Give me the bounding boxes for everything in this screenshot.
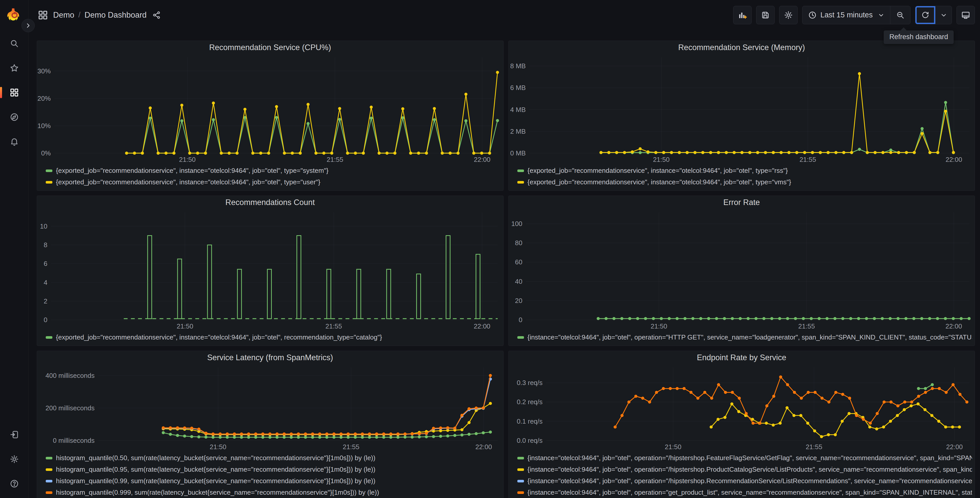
grafana-logo-icon[interactable] xyxy=(7,8,21,22)
time-range-picker[interactable]: Last 15 minutes xyxy=(802,6,890,24)
memory-chart[interactable]: 21:5021:5522:000 MB2 MB4 MB6 MB8 MB xyxy=(509,54,975,164)
cpu-chart[interactable]: 21:5021:5522:000%10%20%30% xyxy=(37,54,503,164)
error-rate-chart[interactable]: 21:5021:5522:00020406080100 xyxy=(509,209,975,330)
breadcrumb-page[interactable]: Demo Dashboard xyxy=(84,11,146,20)
legend-label: {instance="otelcol:9464", job="otel", op… xyxy=(528,466,972,474)
cycle-view-mode-button[interactable] xyxy=(956,6,975,24)
svg-text:10%: 10% xyxy=(38,122,51,129)
svg-text:21:55: 21:55 xyxy=(805,443,822,451)
panel-cpu: Recommendation Service (CPU%) 21:5021:55… xyxy=(37,41,504,191)
svg-text:4 MB: 4 MB xyxy=(510,106,526,113)
zoom-out-icon xyxy=(896,11,905,19)
refresh-tooltip: Refresh dashboard xyxy=(884,30,954,44)
legend-item[interactable]: {instance="otelcol:9464", job="otel", op… xyxy=(517,475,972,487)
svg-text:0: 0 xyxy=(519,316,522,324)
sidebar-item-starred[interactable] xyxy=(7,61,21,75)
endpoint-rate-chart[interactable]: 21:5021:5522:000.0 req/s0.1 req/s0.2 req… xyxy=(509,364,975,451)
legend-item[interactable]: histogram_quantile(0.95, sum(rate(latenc… xyxy=(46,464,501,475)
legend-item[interactable]: histogram_quantile(0.50, sum(rate(latenc… xyxy=(46,452,501,464)
panel-header[interactable]: Recommendations Count xyxy=(37,196,503,209)
legend-swatch xyxy=(46,468,52,471)
svg-text:0%: 0% xyxy=(41,149,51,157)
breadcrumb-separator: / xyxy=(78,11,81,19)
legend-item[interactable]: {exported_job="recommendationservice", i… xyxy=(46,176,501,188)
svg-text:0 milliseconds: 0 milliseconds xyxy=(53,437,94,444)
breadcrumb-section[interactable]: Demo xyxy=(53,11,74,20)
tooltip-arrow xyxy=(900,27,907,31)
chevron-right-icon xyxy=(25,22,31,29)
expand-sidebar-button[interactable] xyxy=(21,19,35,32)
legend-label: {exported_job="recommendationservice", i… xyxy=(56,334,382,341)
legend-item[interactable]: histogram_quantile(0.99, sum(rate(latenc… xyxy=(46,475,501,487)
legend-label: histogram_quantile(0.999, sum(rate(laten… xyxy=(56,488,379,496)
service-latency-chart[interactable]: 21:5021:5522:000 milliseconds200 millise… xyxy=(37,364,503,451)
legend-label: {exported_job="recommendationservice", i… xyxy=(56,178,320,186)
app-root: Demo / Demo Dashboard xyxy=(0,0,980,498)
sidebar-item-alerting[interactable] xyxy=(7,134,21,149)
panel-header[interactable]: Service Latency (from SpanMetrics) xyxy=(37,351,503,364)
svg-text:0: 0 xyxy=(44,316,47,324)
dashboards-grid-icon xyxy=(10,88,19,97)
svg-text:21:55: 21:55 xyxy=(343,443,360,451)
panel-header[interactable]: Error Rate xyxy=(509,196,975,209)
panel-recommendations-count: Recommendations Count 21:5021:5522:00024… xyxy=(37,196,504,346)
save-dashboard-button[interactable] xyxy=(756,6,775,24)
svg-text:0.0 req/s: 0.0 req/s xyxy=(517,437,542,444)
legend-item[interactable]: {exported_job="recommendationservice", i… xyxy=(517,165,972,176)
dashboard-canvas: Recommendation Service (CPU%) 21:5021:55… xyxy=(29,30,980,498)
legend-label: {instance="otelcol:9464", job="otel", op… xyxy=(528,477,972,485)
legend-item[interactable]: {exported_job="recommendationservice", i… xyxy=(46,165,501,176)
top-nav: Demo / Demo Dashboard xyxy=(29,0,980,30)
panel-header[interactable]: Recommendation Service (CPU%) xyxy=(37,41,503,54)
monitor-icon xyxy=(961,11,970,20)
legend-item[interactable]: histogram_quantile(0.999, sum(rate(laten… xyxy=(46,487,501,498)
panel-service-latency: Service Latency (from SpanMetrics) 21:50… xyxy=(37,351,504,498)
panel-title: Error Rate xyxy=(723,198,760,207)
svg-text:22:00: 22:00 xyxy=(474,322,490,330)
svg-text:6: 6 xyxy=(44,260,47,267)
legend-label: histogram_quantile(0.50, sum(rate(latenc… xyxy=(56,454,375,462)
legend-item[interactable]: {instance="otelcol:9464", job="otel", op… xyxy=(517,332,972,343)
legend-label: {exported_job="recommendationservice", i… xyxy=(56,167,329,175)
dashboard-settings-button[interactable] xyxy=(779,6,798,24)
legend-swatch xyxy=(46,480,52,482)
gear-icon xyxy=(784,11,793,20)
refresh-dashboard-button[interactable] xyxy=(915,6,935,24)
legend-item[interactable]: {exported_job="recommendationservice", i… xyxy=(46,332,501,343)
refresh-interval-dropdown[interactable] xyxy=(935,6,951,24)
svg-text:0.3 req/s: 0.3 req/s xyxy=(517,379,542,386)
legend-swatch xyxy=(517,480,524,482)
svg-text:22:00: 22:00 xyxy=(945,156,962,163)
panel-header[interactable]: Endpoint Rate by Service xyxy=(509,351,975,364)
sidebar-item-search[interactable] xyxy=(7,36,21,51)
svg-text:21:50: 21:50 xyxy=(665,443,681,451)
panel-legend: {exported_job="recommendationservice", i… xyxy=(509,164,975,190)
dashboards-grid-icon xyxy=(38,10,48,20)
legend-item[interactable]: {instance="otelcol:9464", job="otel", op… xyxy=(517,452,972,464)
sidebar-item-help[interactable] xyxy=(7,477,21,491)
legend-item[interactable]: {instance="otelcol:9464", job="otel", op… xyxy=(517,464,972,475)
legend-swatch xyxy=(46,336,52,339)
sidebar-item-dashboards[interactable] xyxy=(7,85,21,100)
svg-text:8: 8 xyxy=(44,241,47,249)
legend-label: {instance="otelcol:9464", job="otel", op… xyxy=(528,454,972,462)
svg-text:21:55: 21:55 xyxy=(798,322,815,330)
time-range-label: Last 15 minutes xyxy=(820,11,873,19)
clock-icon xyxy=(808,11,817,19)
legend-item[interactable]: {exported_job="recommendationservice", i… xyxy=(517,176,972,188)
zoom-out-time-button[interactable] xyxy=(890,6,910,24)
sidebar-item-explore[interactable] xyxy=(7,110,21,124)
svg-text:21:55: 21:55 xyxy=(799,156,816,163)
recommendations-count-chart[interactable]: 21:5021:5522:000246810 xyxy=(37,209,503,330)
search-icon xyxy=(10,39,19,48)
legend-item[interactable]: {instance="otelcol:9464", job="otel", op… xyxy=(517,487,972,498)
sidebar-item-settings[interactable] xyxy=(7,452,21,466)
svg-text:400 milliseconds: 400 milliseconds xyxy=(46,372,94,379)
panel-title: Recommendation Service (Memory) xyxy=(678,43,805,52)
breadcrumb: Demo / Demo Dashboard xyxy=(53,11,146,20)
sidebar-item-sign-in[interactable] xyxy=(7,428,21,442)
save-icon xyxy=(761,11,770,20)
add-panel-button[interactable] xyxy=(733,6,752,24)
legend-swatch xyxy=(517,169,524,172)
share-icon[interactable] xyxy=(152,11,161,19)
